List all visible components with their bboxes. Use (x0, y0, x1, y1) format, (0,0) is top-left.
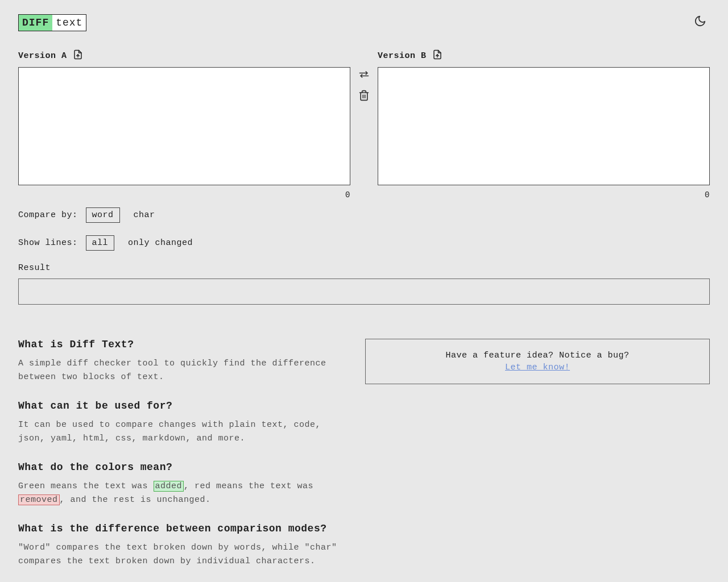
result-label: Result (18, 263, 710, 273)
header: DIFF text (18, 11, 710, 34)
feedback-text: Have a feature idea? Notice a bug? (377, 351, 698, 360)
added-highlight: added (154, 481, 184, 492)
info-a3: Green means the text was added, red mean… (18, 480, 348, 507)
logo[interactable]: DIFF text (18, 14, 86, 31)
version-a-count: 0 (18, 190, 350, 199)
info-a4: "Word" compares the text broken down by … (18, 541, 348, 568)
version-a-label: Version A (18, 51, 67, 61)
feedback-box: Have a feature idea? Notice a bug? Let m… (365, 339, 710, 384)
compare-char-option[interactable]: char (128, 208, 161, 222)
info-section: What is Diff Text? A simple diff checker… (18, 339, 710, 582)
show-only-changed-option[interactable]: only changed (122, 236, 198, 250)
version-b-column: Version B 0 (378, 49, 710, 199)
version-b-label: Version B (378, 51, 427, 61)
versions-row: Version A 0 Version B (18, 49, 710, 199)
upload-file-icon (73, 49, 83, 60)
compare-by-label: Compare by: (18, 210, 78, 220)
version-b-count: 0 (378, 190, 710, 199)
middle-controls (357, 49, 371, 199)
version-b-label-row: Version B (378, 49, 710, 63)
removed-highlight: removed (18, 494, 60, 505)
info-a3-pre: Green means the text was (18, 481, 154, 491)
theme-toggle-button[interactable] (690, 11, 710, 34)
result-section: Result (18, 263, 710, 305)
logo-diff: DIFF (19, 15, 52, 31)
upload-file-icon (432, 49, 442, 60)
info-a3-post: , and the rest is unchanged. (60, 495, 211, 505)
info-a3-mid: , red means the text was (184, 481, 313, 491)
swap-icon (358, 69, 370, 80)
info-q3: What do the colors mean? (18, 462, 348, 473)
version-a-label-row: Version A (18, 49, 350, 63)
info-q1: What is Diff Text? (18, 339, 348, 350)
clear-button[interactable] (358, 90, 370, 104)
feedback-link[interactable]: Let me know! (505, 363, 570, 372)
info-a1: A simple diff checker tool to quickly fi… (18, 357, 348, 384)
info-q4: What is the difference between compariso… (18, 523, 348, 534)
upload-a-button[interactable] (73, 49, 83, 63)
compare-by-row: Compare by: word char (18, 207, 710, 223)
version-a-column: Version A 0 (18, 49, 350, 199)
info-left: What is Diff Text? A simple diff checker… (18, 339, 348, 582)
info-q2: What can it be used for? (18, 400, 348, 411)
result-box (18, 278, 710, 305)
trash-icon (358, 90, 370, 101)
info-a2: It can be used to compare changes with p… (18, 418, 348, 446)
compare-word-option[interactable]: word (86, 207, 120, 223)
show-lines-row: Show lines: all only changed (18, 235, 710, 251)
show-lines-label: Show lines: (18, 238, 78, 248)
show-all-option[interactable]: all (86, 235, 115, 251)
upload-b-button[interactable] (432, 49, 442, 63)
moon-icon (694, 15, 706, 27)
controls: Compare by: word char Show lines: all on… (18, 207, 710, 251)
logo-text: text (52, 15, 86, 31)
version-a-input[interactable] (18, 67, 350, 185)
swap-button[interactable] (358, 69, 370, 83)
version-b-input[interactable] (378, 67, 710, 185)
info-right: Have a feature idea? Notice a bug? Let m… (365, 339, 710, 582)
